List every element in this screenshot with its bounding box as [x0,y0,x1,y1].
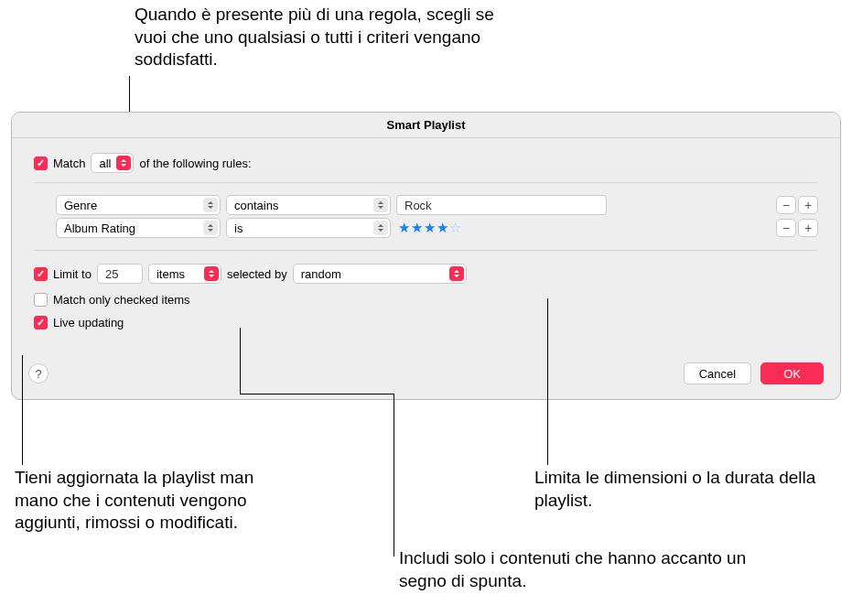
rule-row: Album Rating is ★ ★ ★ ★ ☆ − + [34,218,818,238]
annotation-top: Quando è presente più di una regola, sce… [135,4,519,71]
limit-count-input[interactable]: 25 [97,264,143,284]
selected-by-select[interactable]: random [293,264,467,284]
add-rule-button[interactable]: + [798,196,818,214]
limit-row: Limit to 25 items selected by random [34,264,818,284]
match-checkbox[interactable] [34,157,48,170]
live-updating-checkbox[interactable] [34,316,48,330]
callout-line [394,394,394,557]
chevrons-icon [373,221,388,235]
star-icon: ★ [424,220,436,236]
chevrons-icon [203,198,218,212]
rule-row: Genre contains Rock − + [34,195,818,215]
live-updating-label: Live updating [53,316,124,330]
chevrons-icon [204,266,219,281]
star-icon: ☆ [449,220,461,236]
match-label-prefix: Match [53,157,85,170]
rule-value-stars[interactable]: ★ ★ ★ ★ ☆ [398,220,461,236]
chevrons-icon [373,198,388,212]
rules-container: Genre contains Rock − + Album Ratin [34,182,818,251]
dialog-footer: ? Cancel OK [12,353,840,399]
remove-rule-button[interactable]: − [776,196,796,214]
chevrons-icon [203,221,218,235]
star-icon: ★ [437,220,448,236]
chevrons-icon [449,266,464,281]
chevrons-icon [116,156,131,170]
annotation-bottom-left: Tieni aggiornata la playlist man mano ch… [15,467,289,535]
add-rule-button[interactable]: + [798,219,818,237]
callout-line [240,394,394,394]
rule-field-select[interactable]: Album Rating [56,218,221,238]
star-icon: ★ [411,220,423,236]
match-only-checked-checkbox[interactable] [34,293,48,307]
star-icon: ★ [398,220,410,236]
remove-rule-button[interactable]: − [776,219,796,237]
limit-unit-select[interactable]: items [148,264,221,284]
match-mode-select[interactable]: all [91,153,134,173]
callout-line [240,328,241,394]
match-only-checked-row: Match only checked items [34,293,818,307]
match-label-suffix: of the following rules: [139,157,251,170]
match-row: Match all of the following rules: [34,153,818,173]
help-button[interactable]: ? [28,363,49,384]
callout-line [22,355,23,465]
selected-by-label: selected by [227,267,287,281]
limit-label: Limit to [53,267,92,281]
match-only-checked-label: Match only checked items [53,293,190,307]
limit-checkbox[interactable] [34,267,48,281]
live-updating-row: Live updating [34,316,818,330]
ok-button[interactable]: OK [760,362,824,384]
cancel-button[interactable]: Cancel [684,362,751,384]
annotation-bottom-right: Limita le dimensioni o la durata della p… [534,467,827,512]
rule-operator-select[interactable]: contains [226,195,391,215]
rule-value-input[interactable]: Rock [396,195,607,215]
smart-playlist-dialog: Smart Playlist Match all of the followin… [11,112,841,400]
rule-field-select[interactable]: Genre [56,195,221,215]
dialog-title: Smart Playlist [12,113,840,138]
callout-line [547,298,548,465]
rule-operator-select[interactable]: is [226,218,391,238]
annotation-bottom-mid: Includi solo i contenuti che hanno accan… [399,547,747,592]
